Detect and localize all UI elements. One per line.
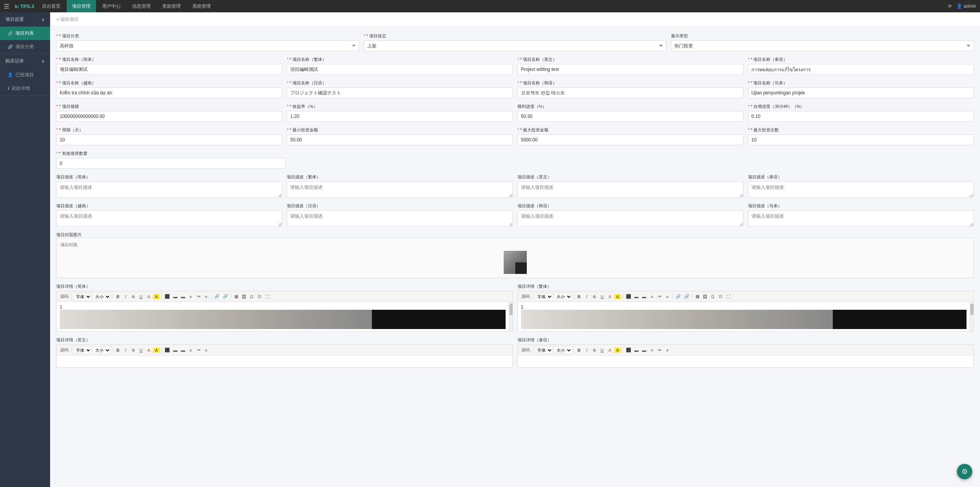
project-category-select[interactable]: 高科技 <box>56 40 359 51</box>
sidebar-item-project-list[interactable]: 🔗 项目列表 <box>0 27 50 40</box>
name-simple-input[interactable] <box>56 64 282 75</box>
align-right-btn-2[interactable]: ▬ <box>641 294 648 299</box>
preview-btn-2[interactable]: ⊡ <box>717 294 724 299</box>
bold-btn-2[interactable]: B <box>576 294 583 299</box>
editor-trad-scrollbar[interactable] <box>970 302 973 331</box>
source-btn-3[interactable]: 源码 <box>59 347 70 353</box>
size-select[interactable]: 大小 <box>92 293 111 301</box>
editor-trad-content[interactable]: 1 <box>518 302 970 331</box>
size-select-3[interactable]: 大小 <box>92 346 111 354</box>
desc-kor-textarea[interactable] <box>518 210 743 227</box>
align-left-btn-2[interactable]: ⬛ <box>625 294 632 299</box>
name-en-input[interactable] <box>518 64 743 75</box>
sidebar-section-header-purchase[interactable]: 购买记录 ∨ <box>0 54 50 68</box>
desc-thai-textarea[interactable] <box>748 181 974 198</box>
cycle-input[interactable] <box>56 134 282 145</box>
scale-input[interactable] <box>56 111 282 122</box>
image-btn[interactable]: 🖼 <box>240 294 247 299</box>
italic-btn[interactable]: I <box>122 294 129 299</box>
size-select-2[interactable]: 大小 <box>554 293 572 301</box>
sidebar-section-header-project-settings[interactable]: 项目设置 ∨ <box>0 12 50 27</box>
justify-btn[interactable]: ≡ <box>187 294 194 299</box>
editor-simple-content[interactable]: 1 <box>57 302 509 331</box>
editor-en-body[interactable] <box>57 356 513 367</box>
menu-item-info-mgmt[interactable]: 信息管理 <box>127 0 156 12</box>
font-select-3[interactable]: 字体 <box>73 346 92 354</box>
align-center-btn-2[interactable]: ▬ <box>633 294 640 299</box>
underline-btn-4[interactable]: U <box>599 348 606 353</box>
link-btn-2[interactable]: 🔗 <box>674 294 682 299</box>
ol-btn-3[interactable]: ≔ <box>195 347 202 353</box>
ul-btn-2[interactable]: ≡ <box>664 294 671 299</box>
menu-item-system-mgmt[interactable]: 系统管理 <box>187 0 216 12</box>
margin-input[interactable] <box>518 111 743 122</box>
align-right-btn-4[interactable]: ▬ <box>641 348 648 353</box>
ol-btn[interactable]: ≔ <box>195 294 202 299</box>
strike-btn-4[interactable]: S <box>591 348 598 353</box>
cover-thumbnail[interactable] <box>504 251 527 274</box>
menu-item-user-center[interactable]: 用户中心 <box>97 0 126 12</box>
ul-btn-3[interactable]: ≡ <box>203 348 210 353</box>
bgcolor-btn[interactable]: A <box>153 294 160 299</box>
name-trad-input[interactable] <box>287 64 513 75</box>
align-right-btn[interactable]: ▬ <box>180 294 187 299</box>
align-center-btn[interactable]: ▬ <box>172 294 179 299</box>
align-right-btn-3[interactable]: ▬ <box>180 348 187 353</box>
sidebar-item-purchased-projects[interactable]: 👤 已投项目 <box>0 68 50 82</box>
name-viet-input[interactable] <box>56 87 282 98</box>
justify-btn-3[interactable]: ≡ <box>187 348 194 353</box>
unlink-btn[interactable]: 🔗 <box>222 294 229 299</box>
fontcolor-btn-2[interactable]: A <box>607 294 614 299</box>
menu-item-home[interactable]: 后台首页 <box>37 0 66 12</box>
table-btn-2[interactable]: ▦ <box>694 294 701 299</box>
ol-btn-2[interactable]: ≔ <box>656 294 663 299</box>
max-invest-times-input[interactable] <box>748 134 974 145</box>
italic-btn-3[interactable]: I <box>122 348 129 353</box>
font-select[interactable]: 字体 <box>73 293 92 301</box>
underline-btn-3[interactable]: U <box>138 348 145 353</box>
size-select-4[interactable]: 大小 <box>554 346 572 354</box>
desc-en-textarea[interactable] <box>518 181 743 198</box>
bgcolor-btn-3[interactable]: A <box>153 348 160 353</box>
special-btn-2[interactable]: Ω <box>709 294 716 299</box>
fontcolor-btn[interactable]: A <box>145 294 152 299</box>
source-btn-4[interactable]: 源码 <box>520 347 531 353</box>
hamburger-icon[interactable]: ☰ <box>4 3 9 10</box>
fontcolor-btn-3[interactable]: A <box>145 348 152 353</box>
menu-item-reward-mgmt[interactable]: 奖励管理 <box>157 0 186 12</box>
font-select-4[interactable]: 字体 <box>535 346 553 354</box>
editor-thai-body[interactable] <box>518 356 974 367</box>
display-type-select[interactable]: 热门投资 <box>671 40 974 51</box>
link-btn[interactable]: 🔗 <box>213 294 221 299</box>
underline-btn[interactable]: U <box>138 294 145 299</box>
fontcolor-btn-4[interactable]: A <box>607 348 614 353</box>
align-left-btn-4[interactable]: ⬛ <box>625 347 632 353</box>
menu-item-project-mgmt[interactable]: 项目管理 <box>67 0 96 12</box>
name-kor-input[interactable] <box>518 87 743 98</box>
project-status-select[interactable]: 上架 <box>364 40 667 51</box>
strike-btn-2[interactable]: S <box>591 294 598 299</box>
yield-input[interactable] <box>287 111 513 122</box>
fullscreen-btn[interactable]: ⛶ <box>264 294 271 299</box>
align-left-btn-3[interactable]: ⬛ <box>163 347 171 353</box>
desc-viet-textarea[interactable] <box>56 210 282 227</box>
bold-btn[interactable]: B <box>114 294 121 299</box>
desc-simple-textarea[interactable] <box>56 181 282 198</box>
desc-trad-textarea[interactable] <box>287 181 513 198</box>
name-thai-input[interactable] <box>748 64 974 75</box>
editor-simple-text[interactable]: 1 <box>57 302 509 331</box>
desc-jp-textarea[interactable] <box>287 210 513 227</box>
italic-btn-2[interactable]: I <box>583 294 590 299</box>
ul-btn-4[interactable]: ≡ <box>664 348 671 353</box>
editor-trad-text[interactable]: 1 <box>518 302 970 331</box>
strike-btn-3[interactable]: S <box>130 348 137 353</box>
align-left-btn[interactable]: ⬛ <box>163 294 171 299</box>
name-malay-input[interactable] <box>748 87 974 98</box>
table-btn[interactable]: ▦ <box>233 294 240 299</box>
special-btn[interactable]: Ω <box>248 294 255 299</box>
bold-btn-3[interactable]: B <box>114 348 121 353</box>
bold-btn-4[interactable]: B <box>576 348 583 353</box>
ul-btn[interactable]: ≡ <box>203 294 210 299</box>
source-btn-2[interactable]: 源码 <box>520 293 531 300</box>
ol-btn-4[interactable]: ≔ <box>656 347 663 353</box>
